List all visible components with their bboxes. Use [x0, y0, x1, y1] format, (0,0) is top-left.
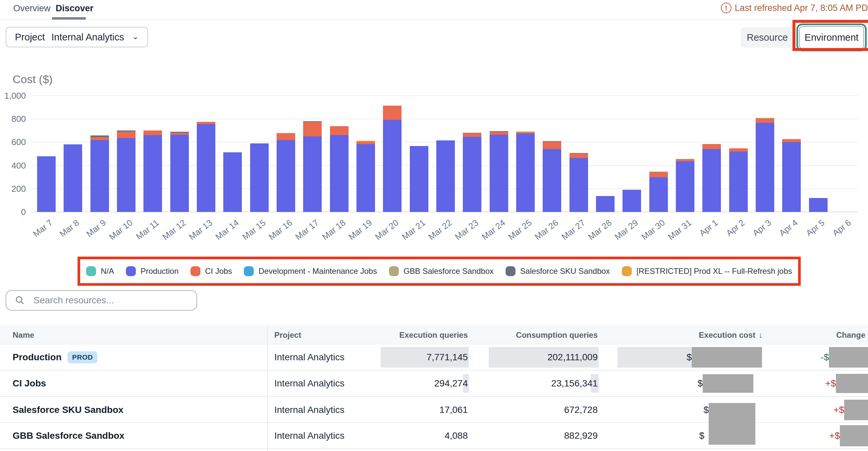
stacked-bar-mar-20[interactable] — [383, 106, 402, 212]
stacked-bar-apr-3[interactable] — [756, 118, 774, 212]
legend-item[interactable]: [RESTRICTED] Prod XL -- Full-Refresh job… — [622, 266, 792, 276]
resource-toggle-label: Resource — [747, 32, 788, 43]
legend-item[interactable]: GBB Salesforce Sandbox — [389, 266, 494, 276]
project-cell: Internal Analytics — [267, 405, 374, 415]
bar-segment — [277, 133, 295, 140]
tab-bar: Overview Discover ! Last refreshed Apr 7… — [0, 0, 868, 20]
bar-segment — [649, 177, 668, 212]
stacked-bar-mar-23[interactable] — [463, 133, 482, 212]
execution-queries-cell: 4,088 — [374, 430, 470, 441]
consumption-queries-cell: 202,111,009 — [470, 352, 600, 363]
project-filter-dropdown[interactable]: Project Internal Analytics ⌄ — [6, 27, 148, 47]
legend-item[interactable]: CI Jobs — [190, 266, 232, 276]
stacked-bar-apr-5[interactable] — [809, 198, 828, 212]
legend-item[interactable]: N/A — [86, 266, 114, 276]
col-header-consumption-queries[interactable]: Consumption queries — [470, 330, 600, 340]
project-filter-value: Internal Analytics — [51, 32, 124, 43]
redaction-box — [829, 347, 868, 367]
cost-currency-prefix: $ — [699, 430, 704, 441]
resource-toggle-button[interactable]: Resource — [741, 27, 794, 48]
stacked-bar-mar-19[interactable] — [356, 141, 375, 212]
value-text: 17,061 — [439, 405, 468, 415]
legend-item[interactable]: Salesforce SKU Sandbox — [505, 266, 610, 276]
stacked-bar-mar-25[interactable] — [516, 131, 535, 212]
stacked-bar-mar-15[interactable] — [250, 143, 269, 212]
stacked-bar-apr-2[interactable] — [729, 148, 748, 212]
col-header-execution-cost[interactable]: Execution cost↓ — [600, 330, 765, 340]
bar-segment — [197, 124, 215, 212]
table-row[interactable]: ProductionPRODInternal Analytics7,771,14… — [0, 344, 868, 371]
legend-label: CI Jobs — [205, 266, 232, 276]
bar-segment — [649, 172, 668, 177]
bar-segment — [490, 132, 508, 135]
change-cell: +$ — [765, 400, 868, 420]
table-row[interactable]: Salesforce SKU SandboxInternal Analytics… — [0, 397, 868, 423]
warning-icon: ! — [721, 3, 732, 13]
search-input[interactable] — [33, 295, 196, 306]
redaction-box — [692, 347, 762, 367]
stacked-bar-mar-27[interactable] — [569, 153, 588, 212]
stacked-bar-mar-28[interactable] — [596, 196, 615, 212]
resource-name-cell[interactable]: GBB Salesforce Sandbox — [0, 430, 267, 441]
col-header-project[interactable]: Project — [267, 330, 374, 340]
legend-item[interactable]: Production — [126, 266, 179, 276]
resources-table: Name Project Execution queries Consumpti… — [0, 325, 868, 449]
col-header-execution-queries[interactable]: Execution queries — [374, 330, 470, 340]
y-tick-label: 400 — [0, 161, 26, 171]
stacked-bar-mar-10[interactable] — [117, 130, 135, 212]
stacked-bar-mar-24[interactable] — [490, 131, 508, 212]
resource-name-cell[interactable]: CI Jobs — [0, 378, 267, 389]
col-header-change[interactable]: Change — [765, 330, 868, 340]
stacked-bar-mar-17[interactable] — [303, 121, 322, 212]
bar-segment — [117, 131, 135, 138]
bar-segment — [542, 141, 561, 149]
stacked-bar-mar-29[interactable] — [622, 190, 641, 212]
stacked-bar-mar-21[interactable] — [410, 146, 428, 212]
tab-overview[interactable]: Overview — [13, 3, 51, 13]
bar-segment — [250, 143, 269, 212]
bar-segment — [809, 198, 828, 212]
stacked-bar-mar-30[interactable] — [649, 171, 668, 212]
stacked-bar-mar-9[interactable] — [90, 135, 109, 212]
bar-segment — [729, 152, 748, 212]
resource-name: Production — [12, 352, 62, 363]
resource-name-cell[interactable]: Salesforce SKU Sandbox — [0, 405, 267, 415]
stacked-bar-mar-14[interactable] — [223, 152, 242, 212]
y-tick-label: 600 — [0, 137, 26, 147]
stacked-bar-mar-13[interactable] — [197, 122, 215, 212]
stacked-bar-mar-12[interactable] — [170, 132, 189, 212]
value-text: 294,274 — [434, 378, 468, 388]
execution-cost-cell: $ — [600, 397, 765, 423]
table-row[interactable]: CI JobsInternal Analytics294,27423,156,3… — [0, 371, 868, 397]
stacked-bar-mar-11[interactable] — [144, 130, 162, 212]
y-tick-label: 1,000 — [0, 91, 26, 101]
cost-currency-prefix: $ — [703, 405, 709, 415]
bar-segment — [356, 144, 375, 212]
stacked-bar-mar-31[interactable] — [676, 159, 694, 212]
bar-segment — [90, 140, 109, 212]
change-cell: +$ — [765, 374, 868, 393]
legend-swatch — [86, 266, 96, 276]
tab-discover[interactable]: Discover — [56, 3, 93, 13]
stacked-bar-mar-7[interactable] — [37, 156, 56, 212]
stacked-bar-apr-4[interactable] — [782, 139, 801, 212]
stacked-bar-mar-8[interactable] — [64, 144, 82, 212]
magnitude-band: $ — [618, 347, 692, 367]
stacked-bar-mar-16[interactable] — [277, 133, 295, 212]
execution-queries-cell: 7,771,145 — [374, 352, 470, 363]
stacked-bar-mar-18[interactable] — [330, 126, 348, 212]
search-icon — [15, 295, 25, 305]
legend-swatch — [622, 266, 632, 276]
stacked-bar-mar-26[interactable] — [542, 141, 561, 212]
stacked-bar-apr-1[interactable] — [702, 144, 721, 212]
environment-toggle-button[interactable]: Environment — [799, 26, 864, 49]
chart-title: Cost ($) — [12, 73, 53, 86]
value-text: 202,111,009 — [547, 352, 598, 362]
bar-segment — [596, 196, 615, 212]
col-header-name[interactable]: Name — [0, 330, 267, 340]
active-tab-indicator — [52, 17, 86, 20]
stacked-bar-mar-22[interactable] — [436, 140, 455, 212]
resource-name-cell[interactable]: ProductionPROD — [0, 351, 267, 363]
legend-item[interactable]: Development - Maintenance Jobs — [244, 266, 377, 276]
bar-segment — [303, 122, 322, 136]
